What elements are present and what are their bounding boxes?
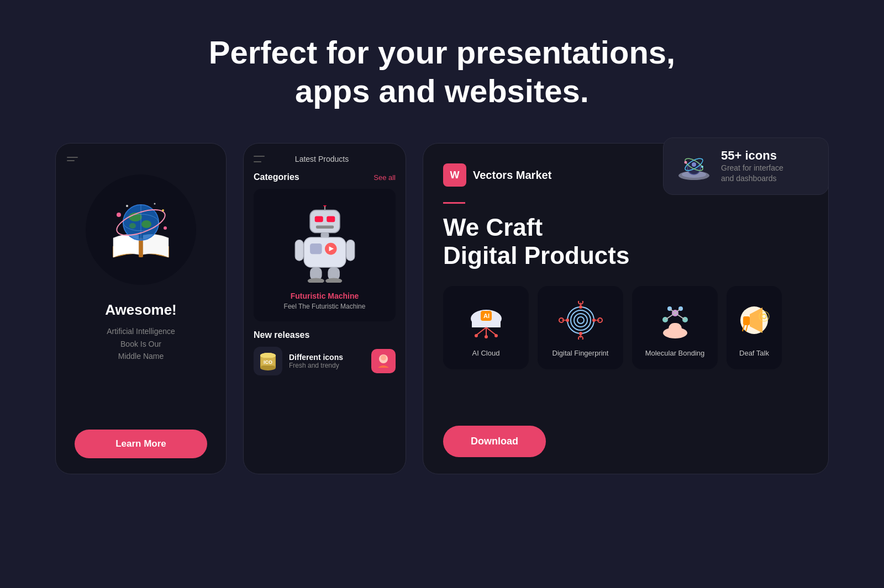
svg-rect-9: [139, 238, 143, 257]
svg-point-57: [475, 334, 478, 337]
ai-cloud-label: AI Cloud: [472, 349, 500, 357]
svg-rect-24: [314, 216, 323, 223]
diff-icons-name: Different icons: [289, 353, 343, 362]
molecular-label: Molecular Bonding: [645, 349, 705, 357]
futuristic-sub: Feel The Futuristic Machine: [284, 303, 366, 310]
svg-point-21: [154, 203, 156, 205]
deaf-talk-label: Deaf Talk: [739, 349, 769, 357]
svg-point-38: [307, 278, 324, 283]
svg-point-58: [485, 335, 488, 338]
futuristic-label: Futuristic Machine: [291, 292, 359, 300]
ai-cloud-icon: AI: [464, 298, 508, 342]
svg-line-83: [665, 313, 675, 320]
svg-rect-77: [669, 323, 682, 334]
svg-rect-51: [472, 320, 501, 327]
icon-tile-fingerprint: Digital Fingerprint: [538, 286, 623, 369]
svg-line-84: [675, 313, 685, 320]
icon-tile-ai-cloud: AI AI Cloud: [443, 286, 529, 369]
svg-rect-35: [346, 240, 354, 261]
hamburger-icon: [67, 157, 78, 161]
badge-icon: [675, 147, 713, 186]
svg-rect-26: [315, 226, 333, 229]
phone2-hamburger: [254, 156, 265, 162]
icons-grid: AI AI Cloud: [443, 286, 808, 369]
learn-more-button[interactable]: Learn More: [75, 430, 207, 458]
fingerprint-label: Digital Fingerprint: [552, 349, 609, 357]
svg-line-56: [486, 327, 496, 335]
svg-text:ICO: ICO: [264, 359, 272, 365]
card1-subtitle: Artificial Intelligence Book Is Our Midd…: [107, 325, 175, 362]
molecular-icon: [653, 298, 697, 342]
svg-point-60: [577, 317, 584, 324]
svg-rect-25: [327, 216, 335, 223]
robot-card: Futuristic Machine Feel The Futuristic M…: [254, 189, 396, 321]
globe-circle: [86, 174, 196, 285]
svg-point-39: [325, 278, 342, 283]
svg-point-43: [260, 353, 276, 358]
badge-title: 55+ icons: [721, 149, 783, 163]
svg-point-59: [494, 334, 498, 337]
svg-point-47: [381, 355, 386, 361]
svg-point-14: [129, 223, 136, 229]
phone2-header: Latest Products: [244, 144, 406, 172]
svg-point-13: [141, 220, 151, 228]
see-all-link[interactable]: See all: [373, 173, 396, 182]
svg-point-20: [126, 205, 128, 207]
svg-point-28: [323, 205, 326, 206]
deaf-talk-icon: [732, 298, 776, 342]
categories-row: Categories See all: [254, 172, 396, 182]
new-releases-label: New releases: [254, 330, 396, 340]
svg-point-6: [692, 162, 696, 167]
icon-tile-molecular: Molecular Bonding: [632, 286, 718, 369]
svg-rect-34: [295, 240, 303, 261]
svg-point-61: [574, 314, 587, 327]
phone2-content: Categories See all: [244, 172, 406, 384]
page-wrapper: Perfect for your presentations, apps and…: [0, 0, 884, 588]
phone2-header-title: Latest Products: [295, 155, 349, 163]
svg-rect-31: [310, 243, 322, 254]
svg-rect-23: [310, 210, 340, 233]
diff-icon-thumb: [371, 349, 396, 373]
headline-line1: Perfect for your presentations,: [209, 34, 675, 70]
categories-label: Categories: [254, 172, 299, 182]
svg-rect-88: [743, 316, 750, 325]
brand-name: Vectors Market: [473, 169, 551, 182]
download-button[interactable]: Download: [443, 426, 546, 457]
svg-point-8: [701, 166, 703, 168]
cards-container: 55+ icons Great for interface and dashbo…: [55, 143, 829, 474]
icon-tile-deaf-talk: Deaf Talk: [727, 286, 782, 369]
svg-rect-29: [320, 233, 329, 238]
phone-card-2: Latest Products Categories See all: [243, 143, 406, 474]
svg-point-7: [685, 161, 687, 164]
diff-icon-text: Different icons Fresh and trendy: [289, 353, 343, 369]
svg-line-54: [476, 327, 486, 335]
diff-icon-img: ICO: [254, 347, 282, 375]
badge-subtitle: Great for interface and dashboards: [721, 163, 783, 184]
headline-line2: apps and websites.: [295, 73, 589, 109]
craft-title: We Craft Digital Products: [443, 214, 808, 269]
diff-icons-sub: Fresh and trendy: [289, 362, 343, 369]
fingerprint-icon: [559, 298, 603, 342]
brand-logo: W: [443, 163, 466, 187]
badge-text: 55+ icons Great for interface and dashbo…: [721, 149, 783, 184]
phone-card-1: Awesome! Artificial Intelligence Book Is…: [55, 143, 227, 474]
svg-point-42: [260, 365, 276, 370]
icon-badge: 55+ icons Great for interface and dashbo…: [663, 137, 829, 195]
svg-point-63: [567, 307, 594, 333]
card1-title: Awesome!: [105, 301, 177, 319]
phone1-topbar: [67, 157, 215, 161]
diff-icons-row: ICO Different icons Fresh and trendy: [254, 347, 396, 375]
red-divider: [443, 202, 465, 204]
svg-point-19: [164, 226, 167, 230]
headline: Perfect for your presentations, apps and…: [209, 33, 675, 110]
svg-text:AI: AI: [483, 312, 490, 319]
svg-point-18: [117, 213, 121, 217]
svg-point-22: [162, 209, 164, 211]
